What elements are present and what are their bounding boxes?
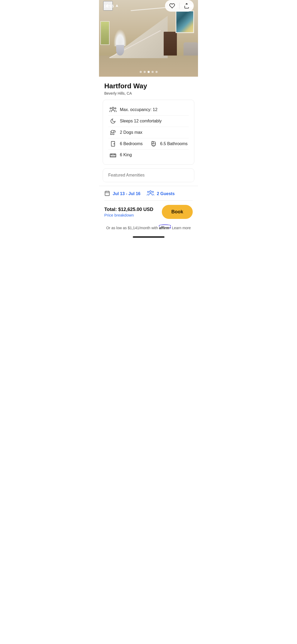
bedrooms-text: 6 Bedrooms [120,141,143,146]
svg-point-24 [147,191,149,193]
amenity-sleeps: Sleeps 12 comfortably [108,116,189,127]
dot-2[interactable] [144,71,146,73]
price-breakdown-link[interactable]: Price breakdown [104,213,153,217]
amenity-bed-type: 6 King [108,150,189,160]
calendar-icon [104,190,110,197]
time-display: 10:16 [104,4,114,8]
affirm-logo[interactable]: affirm [159,226,171,230]
affirm-arc [159,224,171,227]
amenity-beds-baths: 6 Bedrooms 6.5 Bathrooms [108,138,189,150]
dot-4[interactable] [152,71,154,73]
svg-rect-17 [111,154,112,155]
bathrooms-text: 6.5 Bathrooms [160,141,188,146]
affirm-row: Or as low as $1,141/month with affirm Le… [99,223,198,234]
dot-1[interactable] [140,71,142,73]
svg-rect-18 [114,154,115,155]
affirm-learn-more[interactable]: Learn more [172,226,191,230]
amenity-bedrooms: 6 Bedrooms [108,141,149,147]
people-group-icon [108,107,118,113]
total-price: Total: $12,625.00 USD [104,207,153,212]
amenity-king: 6 King [108,152,189,158]
guests-selector[interactable]: 2 Guests [147,190,175,197]
sleeps-text: Sleeps 12 comfortably [120,119,162,123]
svg-rect-2 [175,5,176,8]
navigation-icon [115,4,119,8]
home-indicator [99,234,198,239]
partial-amenities-card: Featured Amenities [103,168,194,182]
featured-amenities-title: Featured Amenities [108,173,189,178]
hero-image: 10:16 [99,0,198,77]
svg-point-9 [110,108,111,109]
svg-point-23 [149,191,151,193]
svg-point-10 [115,108,116,109]
svg-rect-1 [174,6,175,8]
affirm-prefix-text: Or as low as $1,141/month with [106,226,158,230]
date-guests-row: Jul 13 - Jul 16 2 Guests [99,186,198,200]
door-icon [108,141,118,147]
book-button[interactable]: Book [162,205,193,219]
svg-point-13 [114,144,114,144]
price-book-row: Total: $12,625.00 USD Price breakdown Bo… [99,201,198,223]
property-location: Beverly Hills, CA [104,91,193,95]
home-bar [133,236,164,238]
svg-rect-6 [192,5,193,7]
occupancy-text: Max. occupancy: 12 [120,107,157,112]
shower-icon [149,141,158,147]
status-bar: 10:16 [99,0,198,12]
amenities-card: Max. occupancy: 12 Sleeps 12 comfortably [103,100,194,165]
date-label: Jul 13 - Jul 16 [113,191,140,196]
bed-icon [108,152,118,158]
svg-rect-19 [105,191,110,196]
guests-label: 2 Guests [157,191,175,196]
dogs-text: 2 Dogs max [120,130,142,135]
svg-point-25 [152,191,153,193]
dot-3[interactable] [148,71,150,73]
svg-rect-0 [173,7,174,8]
property-header: Hartford Way Beverly Hills, CA [99,77,198,100]
amenity-bathrooms: 6.5 Bathrooms [149,141,189,147]
signal-icon [173,4,178,8]
amenity-dogs: 2 Dogs max [108,127,189,138]
svg-rect-3 [176,4,177,8]
booking-bar: Jul 13 - Jul 16 2 Guests Total: $12,625.… [99,186,198,239]
price-info: Total: $12,625.00 USD Price breakdown [104,207,153,217]
dog-icon [108,130,118,135]
battery-icon [186,4,193,8]
svg-point-8 [112,107,114,109]
moon-icon [108,118,118,124]
content-area: Hartford Way Beverly Hills, CA Max. occu… [99,77,198,182]
property-name: Hartford Way [104,82,193,90]
guests-icon [147,190,154,197]
svg-rect-5 [187,5,192,7]
image-dots [140,71,158,73]
svg-point-11 [111,130,114,133]
affirm-dot [169,227,171,228]
date-selector[interactable]: Jul 13 - Jul 16 [104,190,140,197]
wifi-icon [180,4,185,8]
king-text: 6 King [120,153,132,157]
amenity-occupancy: Max. occupancy: 12 [108,104,189,116]
dot-5[interactable] [155,71,158,73]
